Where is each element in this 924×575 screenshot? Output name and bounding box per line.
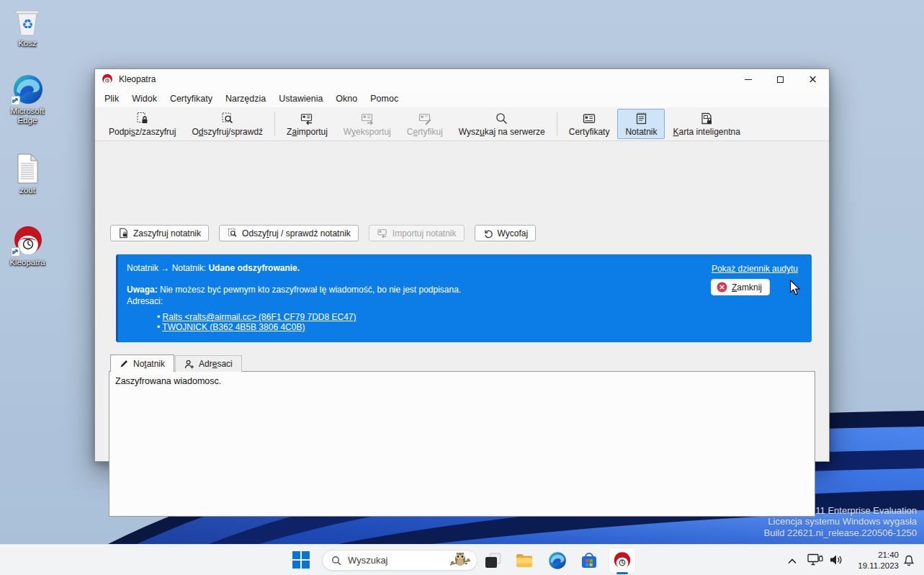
clock-date: 19.11.2023 [848, 561, 899, 571]
editor-text: Zaszyfrowana wiadomosc. [115, 376, 221, 386]
task-view-button[interactable] [483, 551, 503, 571]
person-add-icon [184, 360, 194, 369]
store-icon [580, 551, 598, 570]
store-button[interactable] [579, 551, 599, 571]
toolbar-label: Notatnik [625, 127, 657, 137]
clock-time: 21:40 [848, 550, 899, 561]
desktop-icon-zout[interactable]: zout [4, 153, 50, 195]
speaker-icon [829, 553, 843, 566]
close-banner-button[interactable]: Zamknij [711, 279, 770, 295]
desktop-icon-kleopatra[interactable]: Kleopatra [4, 225, 50, 267]
encrypt-notepad-button[interactable]: Zaszyfruj notatnik [110, 225, 209, 241]
kleopatra-icon [613, 551, 632, 570]
decryption-result-banner: Notatnik → Notatnik: Udane odszyfrowanie… [116, 254, 812, 342]
desktop-icon-recycle-bin[interactable]: ♻ Kosz [4, 6, 50, 48]
tab-adresaci[interactable]: Adresaci [175, 355, 242, 372]
tab-label: Adresaci [199, 359, 233, 369]
network-icon [807, 553, 823, 566]
menu-pomoc[interactable]: Pomoc [364, 92, 405, 106]
search-icon [331, 556, 341, 566]
taskbar-clock[interactable]: 21:40 19.11.2023 [848, 550, 899, 571]
kleopatra-icon [12, 225, 42, 257]
toolbar-sign-encrypt[interactable]: Podpisz/zaszyfruj [101, 109, 184, 139]
edge-icon [548, 551, 567, 570]
menu-okno[interactable]: Okno [329, 92, 364, 106]
notepad-editor[interactable]: Zaszyfrowana wiadomosc. [109, 371, 815, 517]
audit-log-link[interactable]: Pokaż dziennik audytu [712, 264, 798, 274]
window-titlebar[interactable]: Kleopatra × [95, 69, 829, 89]
tray-chevron-button[interactable] [787, 555, 797, 568]
menu-narzedzia[interactable]: Narzędzia [219, 92, 272, 106]
minimize-button[interactable] [732, 69, 764, 89]
toolbar-label: Zaimportuj [287, 127, 328, 137]
menu-plik[interactable]: Plik [98, 92, 125, 106]
toolbar-decrypt-verify[interactable]: Odszyfruj/sprawdź [184, 109, 271, 139]
mouse-cursor [789, 280, 803, 296]
smartcard-icon [699, 112, 714, 125]
decrypt-verify-icon [220, 112, 234, 125]
notepad-action-bar: Zaszyfruj notatnik Odszyfruj / sprawdź n… [110, 225, 536, 241]
toolbar-notepad[interactable]: Notatnik [617, 109, 665, 139]
maximize-button[interactable] [764, 69, 797, 89]
shortcut-arrow-icon [11, 96, 20, 105]
kleopatra-taskbar-button[interactable] [609, 548, 636, 574]
desktop-icon-label: Kleopatra [4, 258, 50, 267]
import-note-icon [377, 228, 388, 239]
toolbar-label: Karta inteligentna [673, 127, 740, 137]
close-icon: × [808, 74, 817, 85]
document-icon [12, 153, 42, 184]
toolbar-import[interactable]: Zaimportuj [279, 109, 336, 139]
recycle-bin-icon: ♻ [12, 6, 42, 37]
desktop-icon-label: Microsoft Edge [4, 107, 50, 125]
taskbar-search-box[interactable]: Wyszukaj [322, 550, 477, 571]
encrypt-note-icon [118, 228, 129, 239]
pencil-icon [120, 359, 129, 368]
toolbar-lookup-server[interactable]: Wyszukaj na serwerze [451, 109, 553, 139]
start-button[interactable] [292, 551, 310, 569]
certify-icon [418, 112, 432, 125]
notepad-icon [634, 112, 648, 125]
close-button[interactable]: × [797, 69, 829, 89]
toolbar-label: Podpisz/zaszyfruj [109, 127, 176, 137]
import-notepad-button[interactable]: Importuj notatnik [369, 225, 465, 241]
chevron-up-icon [787, 558, 797, 565]
toolbar-label: Odszyfruj/sprawdź [192, 127, 263, 137]
file-explorer-button[interactable] [514, 551, 534, 571]
export-certificate-icon [360, 112, 374, 125]
decrypt-verify-notepad-button[interactable]: Odszyfruj / sprawdź notatnik [219, 225, 359, 241]
toolbar-export[interactable]: Wyeksportuj [336, 109, 399, 139]
toolbar-smartcard[interactable]: Karta inteligentna [665, 109, 748, 139]
recipients-label: Adresaci: [127, 296, 799, 306]
tab-notatnik[interactable]: Notatnik [110, 355, 174, 372]
close-circle-icon [717, 282, 727, 293]
button-label: Importuj notatnik [393, 228, 457, 239]
network-tray-button[interactable] [807, 553, 823, 569]
minimize-icon [745, 79, 752, 80]
svg-text:♻: ♻ [22, 17, 33, 32]
certificates-icon [582, 112, 596, 125]
toolbar-label: Certyfikuj [407, 127, 443, 137]
shortcut-arrow-icon [11, 247, 20, 257]
recipient-link[interactable]: TWOJNICK (B362 4B5B 3806 4C0B) [162, 322, 305, 332]
edge-icon [12, 73, 42, 105]
maximize-icon [777, 76, 784, 83]
desktop-icon-edge[interactable]: Microsoft Edge [4, 73, 50, 125]
recipient-link[interactable]: Ralts <ralts@airmail.cc> (86F1 CF79 7DD8… [163, 312, 356, 322]
toolbar-certificates[interactable]: Certyfikaty [561, 109, 618, 139]
menu-certyfikaty[interactable]: Certyfikaty [163, 92, 219, 106]
volume-tray-button[interactable] [829, 553, 843, 569]
edge-taskbar-button[interactable] [547, 551, 568, 571]
toolbar-certify[interactable]: Certyfikuj [399, 109, 451, 139]
revert-button[interactable]: Wycofaj [475, 225, 537, 241]
undo-icon [483, 228, 493, 239]
sign-encrypt-icon [135, 112, 149, 125]
window-title: Kleopatra [119, 74, 732, 84]
folder-icon [515, 551, 534, 570]
button-label: Zaszyfruj notatnik [133, 228, 201, 239]
toolbar-separator [557, 112, 557, 136]
menu-widok[interactable]: Widok [125, 92, 163, 106]
menu-ustawienia[interactable]: Ustawienia [272, 92, 329, 106]
decrypt-note-icon [227, 228, 238, 239]
toolbar-separator [274, 112, 275, 136]
notifications-button[interactable] [902, 553, 915, 570]
